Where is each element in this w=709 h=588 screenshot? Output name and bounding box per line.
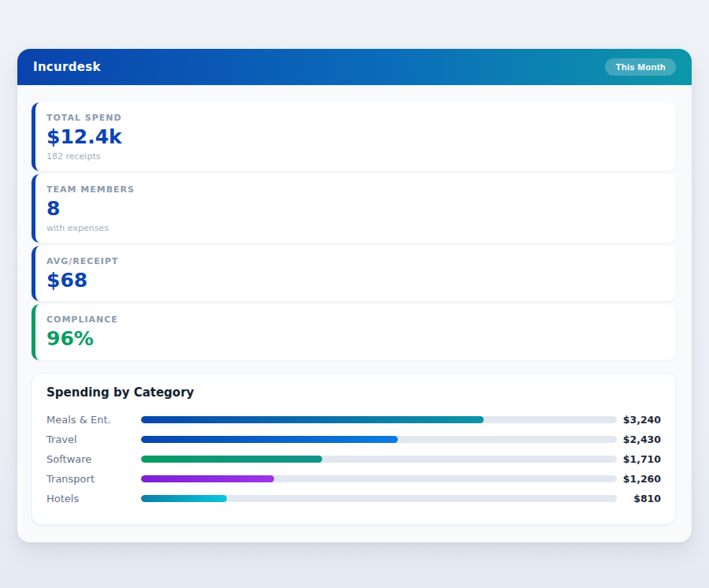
stat-value: $12.4k: [46, 126, 662, 149]
stat-label: AVG/RECEIPT: [46, 256, 662, 266]
category-bar-track: [141, 416, 617, 423]
category-bar-track: [141, 475, 617, 482]
category-value: $2,430: [617, 434, 661, 445]
category-value: $1,710: [617, 453, 661, 465]
category-row: Transport$1,260: [46, 469, 661, 489]
dashboard-panel: Incurdesk This Month TOTAL SPEND $12.4k …: [17, 49, 692, 542]
category-label: Software: [46, 453, 141, 465]
category-row: Software$1,710: [46, 449, 661, 469]
category-label: Meals & Ent.: [46, 414, 141, 426]
stat-card-compliance: COMPLIANCE 96%: [32, 304, 676, 360]
category-bar-track: [141, 456, 617, 463]
app-title: Incurdesk: [33, 60, 101, 74]
category-bar-list: Meals & Ent.$3,240Travel$2,430Software$1…: [46, 410, 661, 508]
category-bar-track: [141, 436, 617, 443]
category-bar-fill: [141, 416, 484, 423]
category-row: Hotels$810: [46, 489, 661, 508]
stat-card-total-spend: TOTAL SPEND $12.4k 182 receipts: [32, 102, 676, 171]
category-label: Hotels: [46, 493, 141, 504]
stat-label: COMPLIANCE: [46, 314, 662, 325]
category-value: $810: [617, 493, 661, 504]
stat-subtext: 182 receipts: [46, 151, 662, 162]
category-label: Transport: [46, 473, 141, 485]
app-header: Incurdesk This Month: [17, 49, 692, 85]
stat-label: TEAM MEMBERS: [46, 184, 662, 195]
category-label: Travel: [46, 434, 141, 445]
category-bar-fill: [141, 456, 322, 463]
category-row: Travel$2,430: [46, 430, 661, 449]
stat-value: 8: [46, 198, 662, 221]
category-value: $3,240: [617, 414, 661, 426]
stat-card-team-members: TEAM MEMBERS 8 with expenses: [32, 174, 676, 243]
category-bar-fill: [141, 495, 227, 502]
stat-value: 96%: [46, 328, 662, 351]
category-bar-fill: [141, 475, 274, 482]
category-value: $1,260: [617, 473, 661, 485]
stat-value: $68: [46, 270, 662, 292]
stat-label: TOTAL SPEND: [46, 113, 662, 123]
stats-section: TOTAL SPEND $12.4k 182 receipts TEAM MEM…: [17, 85, 692, 360]
period-badge[interactable]: This Month: [605, 58, 676, 76]
category-row: Meals & Ent.$3,240: [46, 410, 661, 430]
category-bar-track: [141, 495, 617, 502]
category-bar-fill: [141, 436, 398, 443]
chart-title: Spending by Category: [46, 385, 661, 400]
stat-card-avg-receipt: AVG/RECEIPT $68: [32, 246, 676, 302]
spending-by-category-card: Spending by Category Meals & Ent.$3,240T…: [32, 373, 676, 525]
stat-subtext: with expenses: [46, 223, 662, 233]
